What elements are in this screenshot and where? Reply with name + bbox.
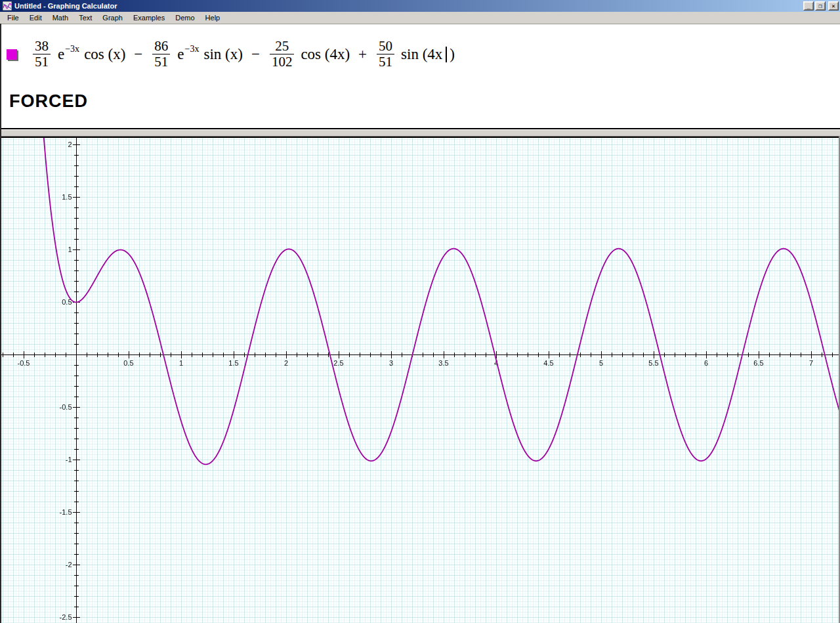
fraction-term: 5051 xyxy=(377,39,394,70)
graph-pane xyxy=(0,137,840,623)
pane-splitter[interactable] xyxy=(0,129,840,137)
menu-item-file[interactable]: File xyxy=(2,12,24,24)
equation-token: ) xyxy=(450,46,455,63)
restore-button[interactable]: ❐ xyxy=(815,1,826,11)
annotation-text[interactable]: FORCED xyxy=(9,91,88,112)
menu-item-math[interactable]: Math xyxy=(47,12,74,24)
menu-item-edit[interactable]: Edit xyxy=(24,12,47,24)
equation-token: −3x xyxy=(65,44,79,54)
menu-item-examples[interactable]: Examples xyxy=(128,12,170,24)
title-bar: Untitled - Graphing Calculator _ ❐ ✕ xyxy=(0,0,840,12)
menu-item-text[interactable]: Text xyxy=(74,12,97,24)
close-button[interactable]: ✕ xyxy=(828,1,839,11)
equation-pane[interactable]: 3851e−3xcos (x)−8651e−3xsin (x)−25102cos… xyxy=(0,24,840,129)
window-title: Untitled - Graphing Calculator xyxy=(14,2,117,10)
equation-token: cos (4x) xyxy=(301,46,350,63)
equation-token: + xyxy=(358,46,367,63)
curve-color-swatch[interactable] xyxy=(7,49,17,60)
equation-token: sin (4x xyxy=(401,46,442,63)
menu-item-graph[interactable]: Graph xyxy=(97,12,128,24)
equation-token: − xyxy=(134,46,142,63)
equation-token: e xyxy=(177,46,184,63)
minimize-button[interactable]: _ xyxy=(803,1,814,11)
menu-item-help[interactable]: Help xyxy=(200,12,226,24)
fraction-term: 8651 xyxy=(152,39,170,70)
window-controls: _ ❐ ✕ xyxy=(802,1,839,11)
text-cursor xyxy=(446,47,447,62)
equation-expression[interactable]: 3851e−3xcos (x)−8651e−3xsin (x)−25102cos… xyxy=(7,39,457,70)
equation-token: −3x xyxy=(185,44,200,54)
equation-token: cos (x) xyxy=(84,46,125,63)
equation-token: e xyxy=(58,46,64,63)
equation-token: sin (x) xyxy=(203,46,242,63)
app-icon xyxy=(3,1,12,11)
equation-token: − xyxy=(251,46,260,63)
menu-item-demo[interactable]: Demo xyxy=(170,12,200,24)
fraction-term: 3851 xyxy=(33,39,51,70)
menu-bar: FileEditMathTextGraphExamplesDemoHelp xyxy=(0,12,840,24)
graph-canvas[interactable] xyxy=(0,138,840,623)
fraction-term: 25102 xyxy=(270,39,295,70)
